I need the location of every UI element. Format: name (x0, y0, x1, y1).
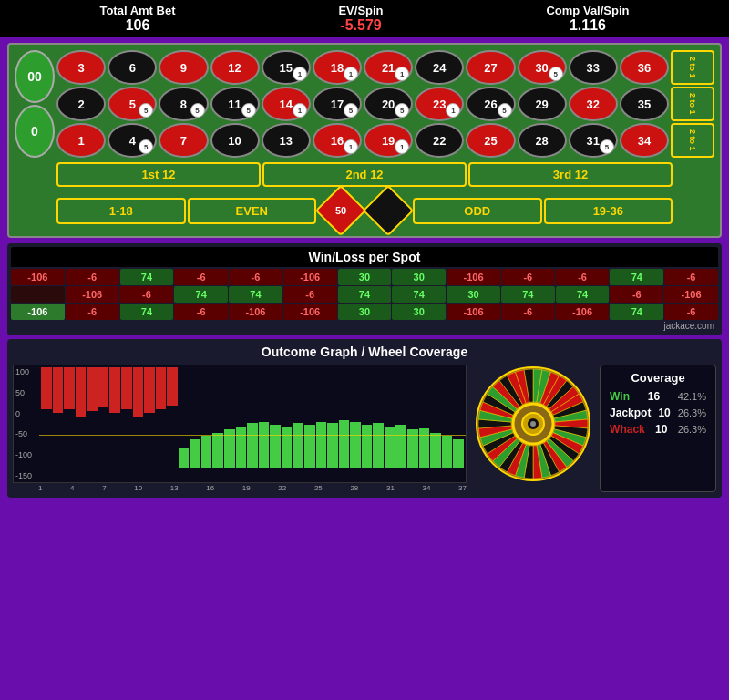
wl-cell: -6 (174, 269, 228, 285)
num-27[interactable]: 27 (466, 50, 515, 85)
bar (362, 425, 373, 468)
chip-4: 5 (139, 139, 153, 154)
black-bet[interactable] (363, 185, 415, 237)
bar (98, 367, 109, 407)
num-15[interactable]: 151 (262, 50, 311, 85)
bar (453, 439, 464, 468)
red-diamond-wrap: 50 (318, 190, 364, 231)
wl-cell: -6 (556, 269, 610, 285)
y-0: 0 (15, 409, 37, 418)
num-9[interactable]: 9 (159, 50, 208, 85)
bar (259, 422, 270, 468)
total-amt-bet-label: Total Amt Bet (99, 4, 175, 17)
jackpot-count: 10 (658, 407, 670, 419)
num-36[interactable]: 36 (620, 50, 669, 85)
y-100: 100 (15, 367, 37, 376)
num-34[interactable]: 34 (620, 123, 669, 158)
num-21[interactable]: 211 (364, 50, 413, 85)
roulette-wheel (474, 365, 592, 483)
num-35[interactable]: 35 (620, 87, 669, 121)
wl-cell: 74 (338, 286, 392, 303)
num-3[interactable]: 3 (56, 50, 106, 85)
stats-bar: Total Amt Bet 106 EV/Spin -5.579 Comp Va… (0, 0, 729, 37)
wl-cell: -6 (283, 286, 337, 303)
num-17[interactable]: 175 (313, 87, 362, 121)
bar (109, 367, 120, 413)
bet-19-36[interactable]: 19-36 (544, 198, 673, 224)
bet-even[interactable]: EVEN (188, 198, 317, 224)
wl-cell: 74 (120, 269, 174, 285)
dozen-2[interactable]: 2nd 12 (262, 162, 467, 187)
win-row: Win 16 42.1% (610, 390, 706, 403)
chip-21: 1 (395, 67, 409, 81)
wl-row-3: -106 -6 74 -6 -106 -106 30 30 -106 -6 -1… (11, 304, 718, 320)
winloss-title: Win/Loss per Spot (11, 247, 718, 267)
num-12[interactable]: 12 (210, 50, 260, 85)
wl-cell: -106 (283, 304, 337, 320)
num-7[interactable]: 7 (159, 123, 208, 158)
dozen-3[interactable]: 3rd 12 (468, 162, 673, 187)
wl-cell: -6 (229, 269, 282, 285)
double-zero[interactable]: 00 (15, 50, 55, 103)
bar-chart-area: 100 50 0 -50 -100 -150 1 4 7 10 13 16 (13, 365, 467, 492)
bar (53, 367, 64, 413)
col-bet-1[interactable]: 2 to 1 (671, 50, 714, 85)
num-24[interactable]: 24 (415, 50, 464, 85)
num-16[interactable]: 161 (313, 123, 362, 158)
num-33[interactable]: 33 (569, 50, 618, 85)
num-30[interactable]: 305 (518, 50, 567, 85)
wl-cell: -6 (120, 286, 174, 303)
bar (212, 433, 223, 468)
coverage-title: Coverage (610, 371, 706, 385)
bet-1-18[interactable]: 1-18 (56, 198, 186, 224)
single-zero[interactable]: 0 (15, 105, 55, 158)
num-25[interactable]: 25 (466, 123, 515, 158)
wl-cell: 30 (447, 286, 500, 303)
chip-14: 1 (293, 103, 307, 118)
num-20[interactable]: 205 (364, 87, 413, 121)
row-mid: 2 55 85 115 141 175 205 231 265 29 32 35 (56, 87, 669, 121)
num-28[interactable]: 28 (518, 123, 567, 158)
wl-cell (11, 286, 65, 303)
num-23[interactable]: 231 (415, 87, 464, 121)
ev-spin-group: EV/Spin -5.579 (338, 4, 383, 34)
comp-val-group: Comp Val/Spin 1.116 (546, 4, 629, 34)
red-bet[interactable]: 50 (315, 185, 367, 237)
jackpot-pct: 26.3% (678, 407, 706, 418)
num-14[interactable]: 141 (262, 87, 311, 121)
bar (76, 367, 87, 417)
wheel-container (474, 365, 592, 483)
dozen-1[interactable]: 1st 12 (56, 162, 261, 187)
wl-cell: 30 (338, 269, 392, 285)
num-31[interactable]: 315 (569, 123, 618, 158)
num-29[interactable]: 29 (518, 87, 567, 121)
num-2[interactable]: 2 (56, 87, 106, 121)
num-4[interactable]: 45 (108, 123, 157, 158)
num-11[interactable]: 115 (210, 87, 260, 121)
num-10[interactable]: 10 (210, 123, 260, 158)
num-1[interactable]: 1 (56, 123, 106, 158)
chip-30: 5 (549, 67, 563, 81)
num-19[interactable]: 191 (364, 123, 413, 158)
even-row: 1-18 EVEN 50 ODD 19-36 (15, 190, 714, 231)
wl-cell: 30 (392, 304, 446, 320)
graph-title: Outcome Graph / Wheel Coverage (13, 345, 716, 359)
y-axis-labels: 100 50 0 -50 -100 -150 (14, 365, 39, 482)
num-13[interactable]: 13 (262, 123, 311, 158)
num-8[interactable]: 85 (159, 87, 208, 121)
num-6[interactable]: 6 (108, 50, 157, 85)
bar (179, 448, 190, 468)
col-bet-2[interactable]: 2 to 1 (671, 87, 714, 121)
black-diamond-wrap (365, 190, 411, 231)
num-5[interactable]: 55 (108, 87, 157, 121)
chip-20: 5 (395, 103, 409, 118)
num-26[interactable]: 265 (466, 87, 515, 121)
number-grid: 3 6 9 12 151 181 211 24 27 305 33 36 2 5… (56, 50, 669, 158)
num-32[interactable]: 32 (569, 87, 618, 121)
num-22[interactable]: 22 (415, 123, 464, 158)
col-bet-3[interactable]: 2 to 1 (671, 123, 714, 158)
chip-11: 5 (241, 103, 256, 118)
wl-cell: -6 (66, 304, 119, 320)
num-18[interactable]: 181 (313, 50, 362, 85)
bet-odd[interactable]: ODD (413, 198, 542, 224)
